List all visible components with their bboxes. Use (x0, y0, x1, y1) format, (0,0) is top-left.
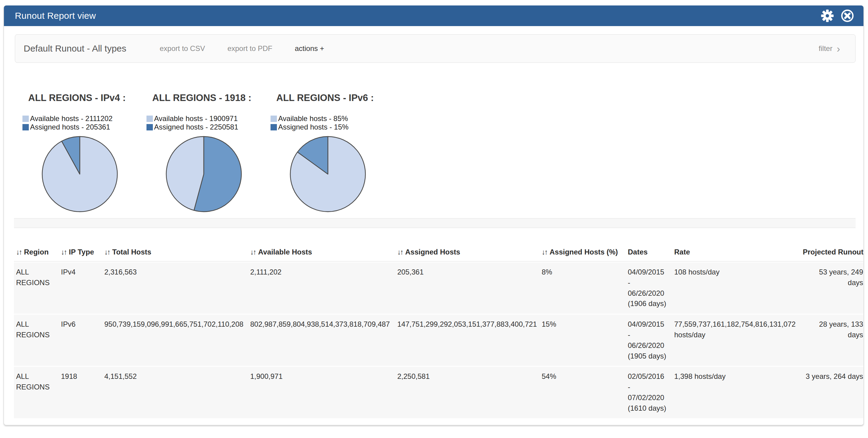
legend-item: Available hosts - 85% (271, 114, 373, 123)
cell-total-hosts: 4,151,552 (102, 367, 248, 418)
cell-dates: 02/05/2016 - 07/02/2020 (1610 days) (626, 367, 672, 418)
cell-dates: 04/09/2015 - 06/26/2020 (1906 days) (626, 262, 672, 314)
chart-title: ALL REGIONS - 1918 : (152, 93, 249, 103)
pie-ipv4 (41, 135, 119, 213)
filter-label: filter (818, 44, 832, 53)
actions-menu-button[interactable]: actions + (295, 44, 324, 53)
charts-section: ALL REGIONS - IPv4 : Available hosts - 2… (4, 93, 863, 213)
legend-swatch-assigned (23, 124, 29, 130)
column-header-assigned-hosts-pct[interactable]: ↓↑Assigned Hosts (%) (539, 246, 626, 261)
export-pdf-button[interactable]: export to PDF (227, 44, 272, 53)
chevron-right-icon: › (837, 45, 840, 52)
legend-swatch-assigned (271, 124, 277, 130)
legend-item: Assigned hosts - 15% (271, 123, 373, 131)
column-header-projected-runout: Projected Runout (801, 246, 863, 261)
cell-assigned-hosts: 205,361 (395, 262, 539, 314)
window-titlebar: Runout Report view (4, 5, 863, 26)
report-title: Default Runout - All types (24, 43, 126, 54)
legend-swatch-available (271, 116, 277, 122)
cell-ip-type: 1918 (59, 367, 102, 418)
legend-label: Assigned hosts - 205361 (30, 123, 110, 131)
filter-button[interactable]: filter › (818, 44, 840, 53)
cell-projected-runout: 28 years, 133 days (801, 315, 863, 366)
column-header-dates: Dates (626, 246, 672, 261)
sort-icon: ↓↑ (542, 248, 547, 256)
cell-region: ALL REGIONS (14, 315, 59, 366)
table-row: ALL REGIONS 1918 4,151,552 1,900,971 2,2… (14, 367, 863, 418)
separator-strip (14, 218, 856, 228)
cell-assigned-hosts: 147,751,299,292,053,151,377,883,400,721 (395, 315, 539, 366)
cell-rate: 108 hosts/day (672, 262, 801, 314)
table-row: ALL REGIONS IPv4 2,316,563 2,111,202 205… (14, 262, 863, 314)
legend-label: Available hosts - 85% (278, 114, 348, 123)
cell-total-hosts: 2,316,563 (102, 262, 248, 314)
legend-item: Available hosts - 1900971 (147, 114, 249, 123)
titlebar-icons (820, 9, 854, 23)
cell-assigned-pct: 8% (539, 262, 626, 314)
cell-available-hosts: 802,987,859,804,938,514,373,818,709,487 (248, 315, 395, 366)
legend-label: Available hosts - 1900971 (154, 114, 238, 123)
sort-icon: ↓↑ (250, 248, 256, 256)
chart-legend: Available hosts - 1900971 Assigned hosts… (147, 114, 249, 131)
cell-rate: 77,559,737,161,182,754,816,131,072 hosts… (672, 315, 801, 366)
sort-icon: ↓↑ (61, 248, 66, 256)
cell-region: ALL REGIONS (14, 262, 59, 314)
legend-swatch-available (23, 116, 29, 122)
pie-ipv6 (289, 135, 367, 213)
cell-rate: 1,398 hosts/day (672, 367, 801, 418)
column-header-rate: Rate (672, 246, 801, 261)
report-toolbar: Default Runout - All types export to CSV… (15, 34, 856, 63)
sort-icon: ↓↑ (16, 248, 22, 256)
cell-available-hosts: 2,111,202 (248, 262, 395, 314)
pie-chart-ipv4: ALL REGIONS - IPv4 : Available hosts - 2… (23, 93, 125, 213)
chart-title: ALL REGIONS - IPv6 : (276, 93, 373, 103)
column-header-total-hosts[interactable]: ↓↑Total Hosts (102, 246, 248, 261)
gear-icon[interactable] (820, 9, 834, 23)
cell-available-hosts: 1,900,971 (248, 367, 395, 418)
chart-legend: Available hosts - 2111202 Assigned hosts… (23, 114, 125, 131)
cell-assigned-pct: 54% (539, 367, 626, 418)
cell-ip-type: IPv6 (59, 315, 102, 366)
table-row: ALL REGIONS IPv6 950,739,159,096,991,665… (14, 315, 863, 366)
legend-item: Available hosts - 2111202 (23, 114, 125, 123)
runout-report-window: Runout Report view (4, 5, 864, 425)
legend-item: Assigned hosts - 2250581 (147, 123, 249, 131)
legend-label: Assigned hosts - 15% (278, 123, 348, 131)
cell-ip-type: IPv4 (59, 262, 102, 314)
export-csv-button[interactable]: export to CSV (160, 44, 205, 53)
chart-legend: Available hosts - 85% Assigned hosts - 1… (271, 114, 373, 131)
legend-item: Assigned hosts - 205361 (23, 123, 125, 131)
cell-assigned-hosts: 2,250,581 (395, 367, 539, 418)
sort-icon: ↓↑ (104, 248, 110, 256)
legend-label: Available hosts - 2111202 (30, 114, 113, 123)
sort-icon: ↓↑ (397, 248, 403, 256)
pie-chart-ipv6: ALL REGIONS - IPv6 : Available hosts - 8… (271, 93, 373, 213)
table-header-row: ↓↑Region ↓↑IP Type ↓↑Total Hosts ↓↑Avail… (14, 246, 863, 261)
legend-label: Assigned hosts - 2250581 (154, 123, 238, 131)
column-header-assigned-hosts[interactable]: ↓↑Assigned Hosts (395, 246, 539, 261)
chart-title: ALL REGIONS - IPv4 : (28, 93, 125, 103)
legend-swatch-available (147, 116, 153, 122)
cell-dates: 04/09/2015 - 06/26/2020 (1905 days) (626, 315, 672, 366)
runout-table: ↓↑Region ↓↑IP Type ↓↑Total Hosts ↓↑Avail… (14, 245, 863, 419)
close-icon[interactable] (840, 9, 854, 23)
column-header-available-hosts[interactable]: ↓↑Available Hosts (248, 246, 395, 261)
column-header-region[interactable]: ↓↑Region (14, 246, 59, 261)
column-header-ip-type[interactable]: ↓↑IP Type (59, 246, 102, 261)
cell-region: ALL REGIONS (14, 367, 59, 418)
cell-projected-runout: 53 years, 249 days (801, 262, 863, 314)
legend-swatch-assigned (147, 124, 153, 130)
pie-chart-1918: ALL REGIONS - 1918 : Available hosts - 1… (147, 93, 249, 213)
pie-1918 (165, 135, 243, 213)
cell-assigned-pct: 15% (539, 315, 626, 366)
window-title: Runout Report view (15, 11, 820, 21)
cell-projected-runout: 3 years, 264 days (801, 367, 863, 418)
cell-total-hosts: 950,739,159,096,991,665,751,702,110,208 (102, 315, 248, 366)
